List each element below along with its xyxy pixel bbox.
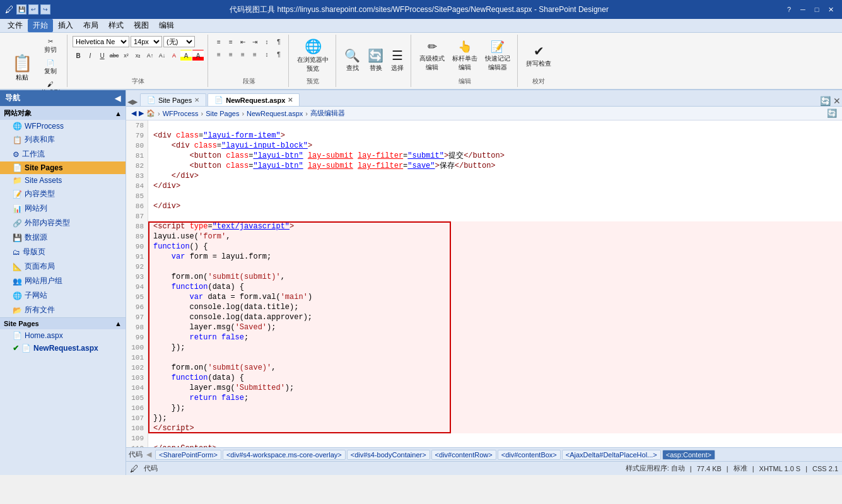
close-btn[interactable]: ✕ — [824, 4, 837, 15]
align-center-button[interactable]: ≡ — [225, 49, 237, 60]
breadcrumb-newrequest[interactable]: NewRequest.aspx — [247, 110, 303, 117]
font-color-button[interactable]: A — [192, 50, 204, 61]
menu-styles[interactable]: 样式 — [103, 19, 129, 32]
tab-newrequest-close[interactable]: ✕ — [288, 97, 293, 103]
show-hide-button[interactable]: ¶ — [273, 36, 284, 47]
sidebar-item-sitepages[interactable]: 📄 Site Pages — [0, 161, 126, 174]
sidebar-collapse-icon[interactable]: ◀ — [115, 94, 120, 103]
redo-quick-icon[interactable]: ↪ — [40, 4, 50, 15]
menu-view[interactable]: 视图 — [129, 19, 154, 32]
sidebar-item-siteassets[interactable]: 📁 Site Assets — [0, 174, 126, 187]
browser-preview-button[interactable]: 🌐 在浏览器中预览 — [294, 37, 332, 75]
sidebar-item-allfiles-label: 所有文件 — [25, 305, 55, 315]
decrease-font-button[interactable]: A↓ — [156, 50, 168, 61]
align-left-button[interactable]: ≡ — [213, 49, 225, 60]
minimize-btn[interactable]: ─ — [797, 4, 809, 15]
sidebar-item-contenttypes[interactable]: 📝 内容类型 — [0, 187, 126, 201]
font-size-select[interactable]: 14px — [131, 36, 162, 47]
sidebar-item-masterpages[interactable]: 🗂 母版页 — [0, 245, 126, 259]
help-btn[interactable]: ? — [783, 4, 795, 15]
sidebar-item-sitecolumns[interactable]: 📊 网站列 — [0, 201, 126, 216]
menu-layout[interactable]: 布局 — [78, 19, 103, 32]
code-editor[interactable]: 7879<div class="layui-form-item">80 <div… — [126, 120, 842, 447]
tab-refresh-icon[interactable]: 🔄 — [820, 96, 831, 106]
maximize-btn[interactable]: □ — [810, 4, 823, 15]
select-button[interactable]: ☰ 选择 — [388, 46, 407, 74]
pagelayouts-icon: 📐 — [13, 262, 22, 271]
bold-button[interactable]: B — [73, 50, 84, 61]
indent-button[interactable]: ⇥ — [249, 36, 260, 47]
sidebar-website-section[interactable]: 网站对象 ▲ — [0, 106, 126, 120]
breadcrumb-nav-right[interactable]: ▶ — [139, 109, 144, 117]
sidebar-item-pagelayouts[interactable]: 📐 页面布局 — [0, 259, 126, 274]
breadcrumb-nav-left[interactable]: ◀ — [131, 109, 136, 117]
font-name-select[interactable]: Helvetica Ne — [73, 36, 129, 47]
menu-insert[interactable]: 插入 — [53, 19, 78, 32]
sidebar-item-workflows[interactable]: ⚙ 工作流 — [0, 147, 126, 161]
justify-button[interactable]: ≡ — [249, 49, 260, 60]
superscript-button[interactable]: x² — [120, 50, 132, 61]
font-controls-row1: Helvetica Ne 14px (无) — [73, 36, 195, 47]
tag-asp-content[interactable]: <asp:Content> — [662, 450, 715, 460]
strikethrough-button[interactable]: abc — [108, 50, 120, 61]
sidebar-item-allfiles[interactable]: 📂 所有文件 — [0, 303, 126, 317]
menu-home[interactable]: 开始 — [28, 19, 53, 32]
tag-content-box[interactable]: <div#contentBox> — [498, 450, 561, 460]
list-bullet-button[interactable]: ≡ — [213, 36, 225, 47]
line-number-94: 94 — [126, 282, 148, 292]
cut-button[interactable]: ✂ 剪切 — [38, 36, 63, 56]
breadcrumb-sitepages[interactable]: Site Pages — [206, 110, 239, 117]
replace-button[interactable]: 🔄 替换 — [365, 46, 387, 74]
sidebar-item-sitegroups-label: 网站用户组 — [25, 276, 62, 286]
sidebar-item-lists[interactable]: 📋 列表和库 — [0, 132, 126, 147]
sidebar-item-wfprocess[interactable]: 🌐 WFProcess — [0, 120, 126, 132]
align-right-button[interactable]: ≡ — [237, 49, 249, 60]
sidebar-item-sitegroups[interactable]: 👥 网站用户组 — [0, 274, 126, 288]
italic-button[interactable]: I — [85, 50, 96, 61]
find-button[interactable]: 🔍 查找 — [341, 46, 363, 74]
tab-sitepages[interactable]: 📄 Site Pages ✕ — [140, 93, 206, 106]
menu-file[interactable]: 文件 — [3, 19, 28, 32]
nav-left-icon[interactable]: ◀ — [127, 98, 132, 106]
line-spacing-button[interactable]: ↕ — [261, 49, 272, 60]
single-click-button[interactable]: 👆 标杆单击编辑 — [449, 38, 481, 74]
sidebar-item-newrequestaspx[interactable]: ✔ 📄 NewRequest.aspx — [0, 342, 126, 355]
advanced-mode-button[interactable]: ✏ 高级模式编辑 — [416, 38, 448, 74]
tab-sitepages-close[interactable]: ✕ — [194, 97, 199, 103]
undo-quick-icon[interactable]: ↩ — [28, 4, 38, 15]
sort-button[interactable]: ↕ — [261, 36, 272, 47]
sidebar-item-datasources[interactable]: 💾 数据源 — [0, 230, 126, 245]
tag-sharepoint-form[interactable]: <SharePointForm> — [155, 450, 221, 460]
font-style-select[interactable]: (无) — [163, 36, 195, 47]
tag-content-row[interactable]: <div#contentRow> — [431, 450, 496, 460]
line-content-100: }); — [148, 343, 842, 353]
save-quick-icon[interactable]: 💾 — [16, 4, 26, 15]
copy-button[interactable]: 📄 复制 — [38, 57, 63, 78]
sidebar-item-homeaspx[interactable]: 📄 Home.aspx — [0, 329, 126, 342]
tag-ajax-delta[interactable]: <AjaxDelta#DeltaPlaceHol...> — [562, 450, 661, 460]
breadcrumb-wfprocess[interactable]: WFProcess — [163, 110, 199, 117]
highlight-button[interactable]: A — [180, 50, 192, 61]
allfiles-icon: 📂 — [13, 306, 22, 315]
subscript-button[interactable]: x₂ — [132, 50, 144, 61]
tab-newrequest[interactable]: 📄 NewRequest.aspx ✕ — [208, 93, 300, 106]
list-ordered-button[interactable]: ≡ — [225, 36, 237, 47]
outdent-button[interactable]: ⇤ — [237, 36, 249, 47]
spell-check-button[interactable]: ✔ 拼写检查 — [523, 42, 554, 70]
clear-format-button[interactable]: A — [168, 50, 180, 61]
quick-recording-button[interactable]: 📝 快速记记编辑器 — [482, 38, 513, 74]
sidebar-item-externalcontent[interactable]: 🔗 外部内容类型 — [0, 216, 126, 230]
tab-close-all-icon[interactable]: ✕ — [833, 96, 841, 106]
tag-s4-body[interactable]: <div#s4-bodyContainer> — [347, 450, 430, 460]
nav-right-icon[interactable]: ▶ — [132, 98, 137, 106]
code-line-80: 80 <div class="layui-input-block"> — [126, 141, 842, 151]
increase-font-button[interactable]: A↑ — [144, 50, 156, 61]
underline-button[interactable]: U — [96, 50, 108, 61]
breadcrumb-refresh-icon[interactable]: 🔄 — [827, 108, 837, 118]
sidebar-item-subsites[interactable]: 🌐 子网站 — [0, 288, 126, 303]
tag-s4-workspace[interactable]: <div#s4-workspace.ms-core-overlay> — [223, 450, 346, 460]
paragraph-button[interactable]: ¶ — [273, 49, 284, 60]
menu-edit[interactable]: 编辑 — [154, 19, 179, 32]
sidebar-sitepages-section[interactable]: Site Pages ▲ — [0, 317, 126, 329]
paste-button[interactable]: 📋 粘贴 — [8, 52, 37, 84]
